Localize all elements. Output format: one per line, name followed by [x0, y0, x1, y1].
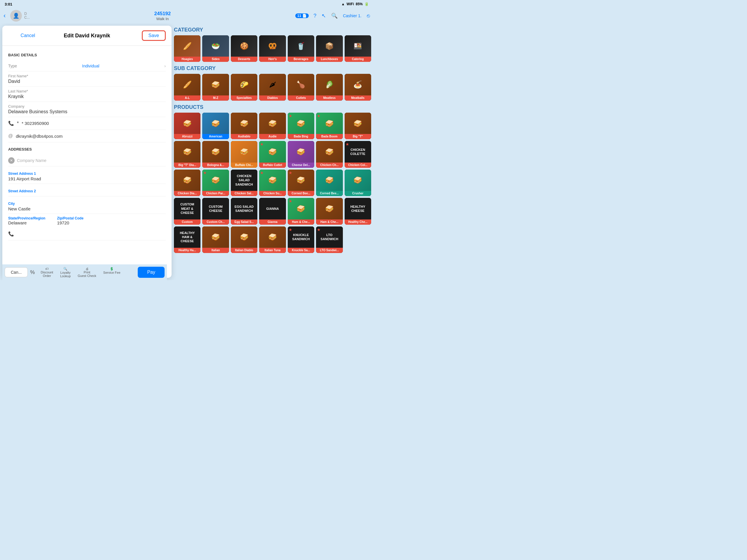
- menu-item[interactable]: ★🥪Chicken Su...: [259, 170, 286, 196]
- cashier-label: Cashier 1.: [343, 14, 362, 18]
- menu-item[interactable]: 🌮Specialties: [231, 74, 257, 100]
- status-icons: ▲ WiFi 85% 🔋: [341, 2, 369, 6]
- first-name-value[interactable]: David: [8, 79, 166, 84]
- category-title: CATEGORY: [174, 27, 371, 33]
- menu-item[interactable]: CUSTOM MEAT & CHEESECustom: [174, 198, 201, 224]
- menu-item[interactable]: 🍪Desserts: [231, 35, 257, 62]
- bottom-cancel-button[interactable]: Can...: [5, 267, 28, 277]
- menu-item[interactable]: GIANNAGianna: [259, 198, 286, 224]
- menu-item[interactable]: HEALTHY CHEESEHealthy Che...: [344, 198, 371, 224]
- menu-item[interactable]: 🥤Beverages: [288, 35, 314, 62]
- item-image: 🥪: [174, 141, 201, 162]
- state-value[interactable]: Delaware: [8, 220, 45, 225]
- menu-item[interactable]: 🥪Italian: [202, 226, 229, 253]
- menu-item[interactable]: CHICKEN SALAD SANDWICHChicken Sal...: [231, 170, 257, 196]
- service-fee-button[interactable]: 💲 Service Fee: [100, 267, 124, 278]
- food-emoji: 🥪: [316, 170, 342, 191]
- menu-item[interactable]: CUSTOM CHEESECustom Ch...: [202, 198, 229, 224]
- last-name-field: Last Name* Kraynik: [8, 87, 166, 102]
- item-label: Audiablo: [231, 134, 257, 139]
- menu-item[interactable]: 🥪Audie: [259, 113, 286, 139]
- menu-item[interactable]: 🥪Audiablo: [231, 113, 257, 139]
- bottom-bar: Can... % 🏷 DiscountOrder 🔍 LoyaltyLookup…: [2, 264, 167, 280]
- menu-item[interactable]: ★🥪Chicken Par...: [202, 170, 229, 196]
- menu-item[interactable]: ★🥪Corned Bee...: [288, 170, 314, 196]
- menu-item[interactable]: 🥪Chicken Dia...: [174, 170, 201, 196]
- menu-item[interactable]: 🥪Crusher: [344, 170, 371, 196]
- menu-item[interactable]: 🍝Meatballs: [344, 74, 371, 100]
- item-image: HEALTHY CHEESE: [344, 198, 371, 219]
- item-label: Specialties: [231, 96, 257, 101]
- street-addr2-label: Street Address 2: [8, 189, 166, 193]
- menu-item[interactable]: 🥪Big "T" Dia...: [174, 141, 201, 168]
- print-guest-check-button[interactable]: 🖨 PrintGuest Check: [74, 267, 100, 278]
- menu-item[interactable]: EGG SALAD SANDWICHEgg Salad S...: [231, 198, 257, 224]
- discount-order-button[interactable]: 🏷 DiscountOrder: [37, 267, 57, 278]
- undo-icon[interactable]: ↖: [321, 12, 326, 19]
- menu-item[interactable]: 📦Lunchboxes: [316, 35, 342, 62]
- search-icon[interactable]: 🔍: [331, 12, 338, 19]
- menu-item[interactable]: ★🥪Ham & Che...: [288, 198, 314, 224]
- menu-item[interactable]: HEALTHY HAM & CHEESEHealthy Ha...: [174, 226, 201, 253]
- item-image: 🥪: [259, 226, 286, 248]
- item-image: 🥪: [231, 226, 257, 248]
- menu-item[interactable]: ★CHICKEN COLETTEChicken Col...: [344, 141, 371, 168]
- street-addr1-value[interactable]: 191 Airport Road: [8, 176, 166, 181]
- menu-item[interactable]: 🥨Herr's: [259, 35, 286, 62]
- required-star-icon: ★: [203, 171, 207, 175]
- food-emoji: 🥪: [174, 170, 201, 191]
- pay-button[interactable]: Pay: [138, 267, 164, 278]
- food-emoji: 🌮: [231, 74, 257, 95]
- city-value[interactable]: New Castle: [8, 206, 166, 211]
- logout-icon[interactable]: ⎋: [367, 13, 370, 19]
- zip-value[interactable]: 19720: [57, 220, 83, 225]
- menu-item[interactable]: 🥖A-L: [174, 74, 201, 100]
- item-image: 🍪: [231, 35, 257, 57]
- cancel-button[interactable]: Cancel: [8, 33, 48, 38]
- company-value[interactable]: Delaware Business Systems: [8, 109, 166, 114]
- food-emoji: 🥗: [202, 35, 229, 57]
- item-label: Gianna: [259, 220, 286, 225]
- menu-item[interactable]: 🥪Italian Diablo: [231, 226, 257, 253]
- menu-item[interactable]: 🥖Hoagies: [174, 35, 201, 62]
- item-label: Chicken Su...: [259, 191, 286, 196]
- help-icon[interactable]: ?: [313, 13, 316, 19]
- type-value[interactable]: Individual: [82, 63, 99, 68]
- menu-item[interactable]: ★🥪Buffalo Cutlet: [259, 141, 286, 168]
- order-badge: 11 📄: [295, 14, 309, 18]
- menu-item[interactable]: 🌶Diablos: [259, 74, 286, 100]
- menu-item[interactable]: 🥪Italian Tuna: [259, 226, 286, 253]
- menu-item[interactable]: 🥪Chicken Ch...: [316, 141, 342, 168]
- menu-item[interactable]: ★KNUCKLE SANDWICHKnuckle Sa...: [288, 226, 314, 253]
- menu-item[interactable]: 🥬Meatless: [316, 74, 342, 100]
- menu-item[interactable]: ★LTO SANDWICHLTO Sandwi...: [316, 226, 342, 253]
- menu-item[interactable]: 🥪Cheese Del...: [288, 141, 314, 168]
- menu-item[interactable]: 🥗Sides: [202, 35, 229, 62]
- menu-item[interactable]: 🥪M-Z: [202, 74, 229, 100]
- menu-item[interactable]: 🥪Buffalo Chi...: [231, 141, 257, 168]
- company-label: Company: [8, 104, 166, 108]
- email-value[interactable]: dkraynik@dbs4pos.com: [16, 134, 62, 138]
- loyalty-lookup-button[interactable]: 🔍 LoyaltyLookup: [57, 267, 74, 278]
- menu-item[interactable]: ★🥪Bada Bing: [288, 113, 314, 139]
- save-button[interactable]: Save: [142, 30, 166, 41]
- menu-item[interactable]: 🥪Corned Bee...: [316, 170, 342, 196]
- menu-item[interactable]: 🥪Big "T": [344, 113, 371, 139]
- wifi-icon: WiFi: [347, 2, 354, 6]
- item-label: Italian: [202, 248, 229, 253]
- last-name-value[interactable]: Kraynik: [8, 94, 166, 99]
- item-label: Buffalo Chi...: [231, 162, 257, 168]
- remove-company-button[interactable]: ✕: [8, 157, 15, 164]
- menu-item[interactable]: 🥪American: [202, 113, 229, 139]
- menu-item[interactable]: 🥪Ham & Che...: [316, 198, 342, 224]
- subcategory-grid: 🥖A-L🥪M-Z🌮Specialties🌶Diablos🍗Cutlets🥬Mea…: [174, 74, 371, 100]
- item-label: Abruzzi: [174, 134, 201, 139]
- menu-item[interactable]: 🥪Abruzzi: [174, 113, 201, 139]
- phone-value[interactable]: * 3023950900: [22, 121, 49, 126]
- menu-item[interactable]: 🍗Cutlets: [288, 74, 314, 100]
- menu-item[interactable]: 🥪Bologna &...: [202, 141, 229, 168]
- status-bar: 3:01 ▲ WiFi 85% 🔋: [0, 0, 374, 8]
- back-button[interactable]: ‹: [3, 12, 5, 19]
- menu-item[interactable]: 🍱Catering: [344, 35, 371, 62]
- menu-item[interactable]: ★🥪Bada Boom: [316, 113, 342, 139]
